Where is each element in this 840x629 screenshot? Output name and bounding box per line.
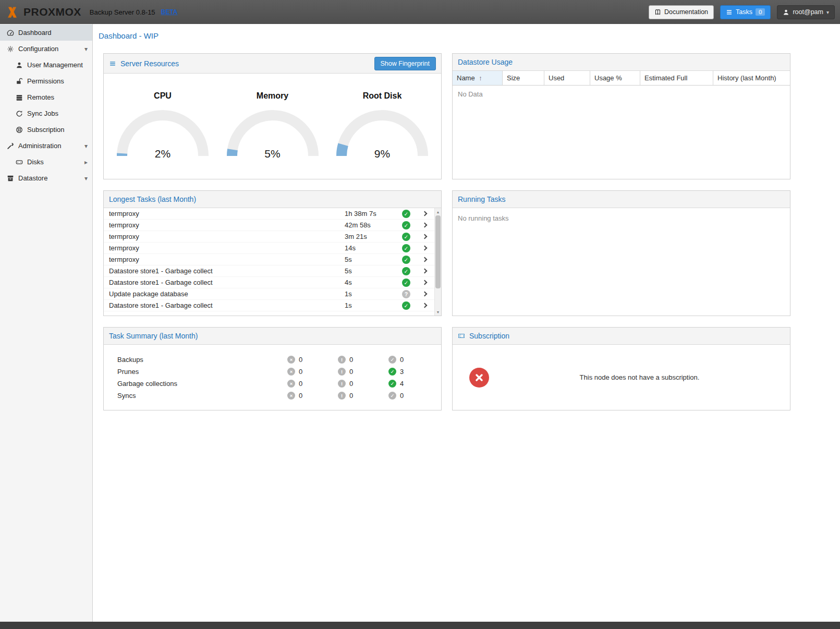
sidebar-item-subscription[interactable]: Subscription [0, 122, 92, 138]
documentation-button[interactable]: Documentation [649, 5, 714, 19]
task-summary-panel: Task Summary (last Month) Backups×0!0✓0P… [103, 327, 442, 410]
task-open-button[interactable] [416, 212, 433, 215]
error-count-icon: × [287, 356, 295, 364]
running-tasks-title: Running Tasks [458, 195, 506, 203]
task-open-button[interactable] [416, 223, 433, 227]
ok-count-icon: ✓ [388, 392, 396, 400]
task-open-button[interactable] [416, 281, 433, 284]
task-duration: 5s [345, 256, 397, 263]
ok-count-icon: ✓ [388, 380, 396, 388]
error-count: 0 [299, 392, 302, 400]
sidebar-item-datastore[interactable]: Datastore▾ [0, 170, 92, 186]
task-open-button[interactable] [416, 258, 433, 261]
task-row[interactable]: Datastore store1 - Garbage collect1s✓ [104, 300, 434, 311]
task-open-button[interactable] [416, 235, 433, 238]
task-row[interactable]: termproxy42m 58s✓ [104, 220, 434, 231]
task-duration: 1s [345, 290, 397, 298]
user-menu-button[interactable]: root@pam ▾ [777, 5, 835, 19]
gauges: CPU2%Memory5%Root Disk9% [104, 74, 441, 179]
ticket-icon [458, 332, 465, 340]
gauge-cpu: CPU2% [112, 91, 214, 161]
task-open-button[interactable] [416, 246, 433, 250]
ok-count: 0 [400, 392, 404, 400]
sidebar-item-label: Administration [18, 142, 61, 150]
sidebar-item-administration[interactable]: Administration▾ [0, 138, 92, 154]
summary-warning-group[interactable]: !0 [338, 356, 388, 364]
task-name: Update package database [109, 290, 345, 298]
server-resources-header: Server Resources Show Fingerprint [104, 54, 441, 74]
task-open-button[interactable] [416, 304, 433, 307]
summary-row-syncs: Syncs×0!0✓0 [117, 390, 441, 402]
show-fingerprint-button[interactable]: Show Fingerprint [374, 57, 436, 70]
sidebar-item-disks[interactable]: Disks▸ [0, 154, 92, 170]
sidebar-item-user-management[interactable]: User Management [0, 57, 92, 73]
column-header-used[interactable]: Used [544, 71, 590, 85]
sidebar-item-permissions[interactable]: Permissions [0, 73, 92, 89]
warning-count: 0 [349, 380, 353, 388]
column-header-size[interactable]: Size [503, 71, 544, 85]
caret-right-icon: ▸ [84, 159, 88, 166]
summary-error-group[interactable]: ×0 [287, 392, 338, 400]
page-title: Dashboard - WIP [99, 31, 840, 40]
scrollbar-thumb[interactable] [435, 215, 441, 288]
status-ok-icon: ✓ [402, 256, 410, 264]
summary-warning-group[interactable]: !0 [338, 380, 388, 388]
task-row[interactable]: Datastore store1 - Garbage collect5s✓ [104, 265, 434, 277]
task-row[interactable]: Update package database1s? [104, 288, 434, 300]
task-row[interactable]: termproxy1h 38m 7s✓ [104, 208, 434, 220]
warning-count-icon: ! [338, 368, 346, 376]
summary-error-group[interactable]: ×0 [287, 380, 338, 388]
ok-count: 0 [400, 356, 404, 364]
task-row[interactable]: termproxy14s✓ [104, 243, 434, 254]
summary-ok-group[interactable]: ✓3 [388, 368, 439, 376]
task-row[interactable]: Datastore store1 - Garbage collect4s✓ [104, 277, 434, 288]
status-ok-icon: ✓ [402, 267, 410, 275]
beta-link[interactable]: BETA [161, 8, 178, 16]
task-name: termproxy [109, 244, 345, 252]
gears-icon [6, 45, 15, 53]
task-duration: 14s [345, 244, 397, 252]
scrollbar[interactable]: ▲ ▼ [434, 208, 441, 316]
tasks-button[interactable]: Tasks 0 [720, 5, 771, 19]
summary-label: Garbage collections [117, 380, 287, 388]
task-summary-body: Backups×0!0✓0Prunes×0!0✓3Garbage collect… [104, 345, 441, 402]
summary-ok-group[interactable]: ✓0 [388, 392, 439, 400]
task-duration: 3m 21s [345, 233, 397, 240]
server-resources-title: Server Resources [120, 59, 179, 68]
summary-warning-group[interactable]: !0 [338, 392, 388, 400]
datastore-usage-panel: Datastore Usage Name ↑SizeUsedUsage %Est… [452, 53, 790, 179]
sidebar-item-configuration[interactable]: Configuration▾ [0, 41, 92, 57]
scroll-down-arrow[interactable]: ▼ [435, 309, 441, 315]
summary-error-group[interactable]: ×0 [287, 368, 338, 376]
sidebar-item-label: Permissions [27, 77, 64, 85]
summary-ok-group[interactable]: ✓4 [388, 380, 439, 388]
task-row[interactable]: termproxy3m 21s✓ [104, 231, 434, 243]
running-tasks-panel: Running Tasks No running tasks [452, 190, 790, 316]
scroll-up-arrow[interactable]: ▲ [435, 209, 441, 215]
unlock-icon [15, 77, 23, 86]
chevron-right-icon [422, 223, 427, 228]
dashboard-grid: Server Resources Show Fingerprint CPU2%M… [103, 53, 840, 410]
task-status: ✓ [397, 279, 416, 287]
summary-ok-group[interactable]: ✓0 [388, 356, 439, 364]
chevron-right-icon [422, 257, 427, 262]
archive-icon [6, 174, 15, 183]
column-header-history-last-month[interactable]: History (last Month) [713, 71, 790, 85]
status-ok-icon: ✓ [402, 221, 410, 229]
column-header-estimated-full[interactable]: Estimated Full [640, 71, 713, 85]
task-open-button[interactable] [416, 269, 433, 273]
datastore-usage-header: Datastore Usage [453, 54, 790, 71]
task-status: ✓ [397, 256, 416, 264]
gauge-value: 2% [113, 148, 212, 160]
sidebar-item-remotes[interactable]: Remotes [0, 89, 92, 105]
summary-warning-group[interactable]: !0 [338, 368, 388, 376]
summary-error-group[interactable]: ×0 [287, 356, 338, 364]
task-name: termproxy [109, 256, 345, 263]
task-row[interactable]: termproxy5s✓ [104, 254, 434, 265]
column-header-name[interactable]: Name ↑ [453, 71, 503, 85]
task-status: ? [397, 290, 416, 298]
task-open-button[interactable] [416, 292, 433, 296]
column-header-usage[interactable]: Usage % [590, 71, 640, 85]
sidebar-item-dashboard[interactable]: Dashboard [0, 25, 92, 41]
sidebar-item-sync-jobs[interactable]: Sync Jobs [0, 105, 92, 122]
